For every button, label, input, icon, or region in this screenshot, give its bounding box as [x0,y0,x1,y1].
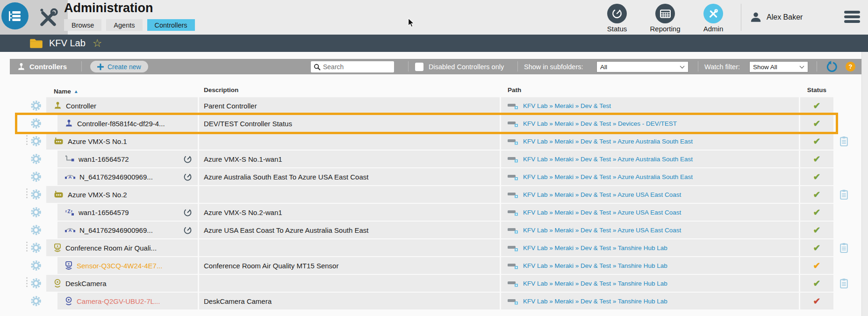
gear-icon[interactable] [30,153,42,165]
controllers-toolbar: Controllers Create new Disabled Controll… [10,59,861,74]
row-name[interactable]: Controller [66,102,96,110]
path-link[interactable]: KFV Lab » Meraki » Dev & Test » Tanshire… [523,280,667,287]
gear-icon[interactable] [30,118,42,129]
name-cell[interactable]: A N_641762946900969... [57,222,198,238]
column-header-status[interactable]: Status [800,86,833,96]
table-row[interactable]: Conference Room Air Quali... KFV Lab » M… [27,239,833,256]
tab-agents[interactable]: Agents [106,19,142,31]
gear-icon[interactable] [30,242,42,253]
name-cell[interactable]: zZz wan1-16564579 [57,204,198,221]
table-row[interactable]: wan1-16564572 Azure VMX-S No.1-wan1 KFV … [27,151,833,167]
name-cell[interactable]: Azure VMX-S No.2 [46,186,198,203]
row-name[interactable]: DeskCamera [65,280,107,287]
gear-icon[interactable] [30,260,42,271]
help-button[interactable]: ? [846,62,855,72]
search-input[interactable] [323,63,388,71]
row-name[interactable]: N_641762946900969... [79,173,153,181]
path-link[interactable]: KFV Lab » Meraki » Dev & Test » Devices … [523,120,677,127]
nav-reporting[interactable]: Reporting [645,4,685,33]
nav-status[interactable]: Status [597,4,637,33]
path-link[interactable]: KFV Lab » Meraki » Dev & Test » Tanshire… [523,298,667,305]
row-name[interactable]: N_641762946900969... [79,226,153,234]
refresh-button[interactable] [826,59,838,74]
row-name[interactable]: Sensor-Q3CQ-4W24-4E7... [77,262,162,270]
table-row[interactable]: Controller Parent Controller KFV Lab » M… [27,97,833,114]
app-header: Administration Browse Agents Controllers… [0,0,868,35]
clipboard-icon[interactable] [840,190,848,200]
table-row[interactable]: A N_641762946900969... Azure USA East Co… [27,222,833,238]
drag-handle[interactable] [26,188,28,198]
disabled-only-checkbox[interactable] [415,63,423,71]
name-cell[interactable]: Conference Room Air Quali... [46,239,198,256]
gauge-icon [183,172,192,181]
drag-handle[interactable] [26,242,28,251]
subfolders-select[interactable]: All [596,61,689,72]
breadcrumb-location[interactable]: KFV Lab [49,38,86,49]
table-row[interactable]: Controller-f8581f4c-df29-4... DEV/TEST C… [27,115,833,132]
drag-handle[interactable] [26,135,28,145]
path-link[interactable]: KFV Lab » Meraki » Dev & Test » Azure Au… [523,138,693,145]
path-link[interactable]: KFV Lab » Meraki » Dev & Test » Azure US… [523,209,681,216]
row-name[interactable]: Azure VMX-S No.2 [68,191,127,199]
row-status-cell [800,168,833,185]
device-path-icon [508,138,519,145]
name-cell[interactable]: wan1-16564572 [57,151,198,167]
vertical-scrollbar[interactable] [861,52,868,316]
table-row[interactable]: Camera-Q2GV-UBU2-7L... DeskCamera Camera… [27,293,833,309]
row-name[interactable]: Camera-Q2GV-UBU2-7L... [77,297,160,305]
clipboard-icon[interactable] [840,243,848,253]
row-name[interactable]: wan1-16564579 [79,208,129,216]
row-name[interactable]: wan1-16564572 [79,155,129,163]
gear-icon[interactable] [30,224,42,236]
vpn-icon: A [65,226,75,234]
table-row[interactable]: Azure VMX-S No.1 KFV Lab » Meraki » Dev … [27,133,833,150]
column-header-description[interactable]: Description [199,86,500,96]
sort-ascending-icon: ▲ [74,89,79,94]
tab-browse[interactable]: Browse [64,19,101,31]
app-logo-button[interactable] [1,2,29,29]
path-link[interactable]: KFV Lab » Meraki » Dev & Test » Tanshire… [523,244,667,251]
user-menu[interactable]: Alex Baker [750,11,803,23]
row-name[interactable]: Azure VMX-S No.1 [68,137,127,145]
table-row[interactable]: Azure VMX-S No.2 KFV Lab » Meraki » Dev … [27,186,833,203]
favorite-star-icon[interactable]: ☆ [93,38,102,49]
name-cell[interactable]: Sensor-Q3CQ-4W24-4E7... [57,257,198,274]
gear-icon[interactable] [30,295,42,307]
tab-controllers[interactable]: Controllers [147,19,195,31]
gear-icon[interactable] [30,207,42,218]
gear-icon[interactable] [30,100,42,111]
column-header-name[interactable]: Name▲ [46,86,198,96]
create-new-button[interactable]: Create new [90,61,148,72]
table-row[interactable]: Sensor-Q3CQ-4W24-4E7... Conference Room … [27,257,833,274]
path-link[interactable]: KFV Lab » Meraki » Dev & Test » Azure Au… [523,156,693,163]
name-cell[interactable]: A N_641762946900969... [57,168,198,185]
drag-handle[interactable] [26,277,28,287]
gear-icon[interactable] [30,171,42,182]
name-cell[interactable]: Camera-Q2GV-UBU2-7L... [57,293,198,309]
row-name[interactable]: Conference Room Air Quali... [65,244,157,252]
path-link[interactable]: KFV Lab » Meraki » Dev & Test » Azure US… [523,191,681,198]
clipboard-icon[interactable] [840,136,848,146]
watch-filter-select[interactable]: Show All [749,61,808,72]
path-link[interactable]: KFV Lab » Meraki » Dev & Test » Azure US… [523,227,681,234]
gear-icon[interactable] [30,136,42,147]
gear-icon[interactable] [30,278,42,289]
name-cell[interactable]: Azure VMX-S No.1 [46,133,198,150]
table-row[interactable]: zZz wan1-16564579 Azure VMX-S No.2-wan1 … [27,204,833,221]
table-row[interactable]: DeskCamera KFV Lab » Meraki » Dev & Test… [27,275,833,292]
device-path-icon [508,209,519,216]
path-link[interactable]: KFV Lab » Meraki » Dev & Test [523,102,611,109]
clipboard-icon[interactable] [840,279,848,288]
name-cell[interactable]: DeskCamera [46,275,198,292]
gear-icon[interactable] [30,189,42,200]
column-header-path[interactable]: Path [501,86,799,96]
name-cell[interactable]: Controller-f8581f4c-df29-4... [57,115,198,132]
table-row[interactable]: A N_641762946900969... Azure Australia S… [27,168,833,185]
path-link[interactable]: KFV Lab » Meraki » Dev & Test » Azure Au… [523,173,693,180]
row-description [199,239,500,256]
nav-admin[interactable]: Admin [693,4,733,33]
path-link[interactable]: KFV Lab » Meraki » Dev & Test » Tanshire… [523,262,667,269]
name-cell[interactable]: Controller [46,97,198,114]
row-name[interactable]: Controller-f8581f4c-df29-4... [77,120,165,128]
hamburger-menu-icon[interactable] [844,11,860,23]
